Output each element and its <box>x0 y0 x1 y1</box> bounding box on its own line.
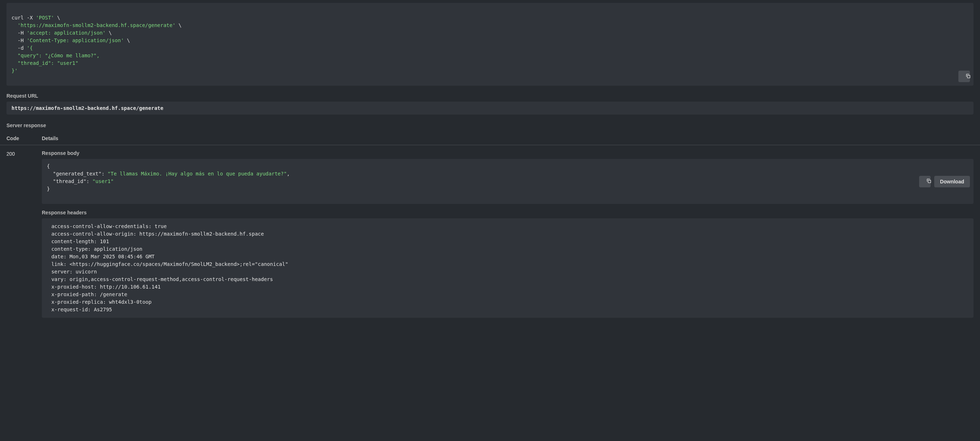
response-headers-label: Response headers <box>42 210 974 215</box>
curl-header-content-type: 'Content-Type: application/json' <box>27 37 124 43</box>
copy-curl-button[interactable] <box>958 71 970 82</box>
response-headers-block: access-control-allow-credentials: true a… <box>42 218 974 318</box>
download-button[interactable]: Download <box>934 176 970 187</box>
code-column-header: Code <box>6 135 42 141</box>
clipboard-icon <box>918 173 932 190</box>
response-table-header: Code Details <box>0 132 980 145</box>
svg-rect-1 <box>928 180 931 183</box>
json-key: "thread_id" <box>53 178 86 184</box>
curl-text: curl -X <box>11 15 36 21</box>
json-value: "Te llamas Máximo. ¡Hay algo más en lo q… <box>108 171 287 177</box>
response-body-block: { "generated_text": "Te llamas Máximo. ¡… <box>42 159 974 204</box>
response-details: Response body { "generated_text": "Te ll… <box>42 150 974 318</box>
curl-url: 'https://maximofn-smollm2-backend.hf.spa… <box>18 22 175 28</box>
json-value: "user1" <box>92 178 113 184</box>
response-row: 200 Response body { "generated_text": "T… <box>0 145 980 319</box>
details-column-header: Details <box>42 135 58 141</box>
curl-header-accept: 'accept: application/json' <box>27 30 105 36</box>
clipboard-icon <box>957 68 971 85</box>
copy-response-button[interactable] <box>919 176 931 187</box>
curl-code-block: curl -X 'POST' \ 'https://maximofn-smoll… <box>6 3 974 86</box>
json-key: "generated_text" <box>53 171 102 177</box>
curl-method: 'POST' <box>36 15 54 21</box>
request-url-label: Request URL <box>0 91 980 102</box>
status-code: 200 <box>6 150 42 318</box>
server-response-label: Server response <box>0 120 980 131</box>
svg-rect-0 <box>967 75 970 78</box>
request-url-value: https://maximofn-smollm2-backend.hf.spac… <box>6 102 974 115</box>
response-body-label: Response body <box>42 150 974 156</box>
